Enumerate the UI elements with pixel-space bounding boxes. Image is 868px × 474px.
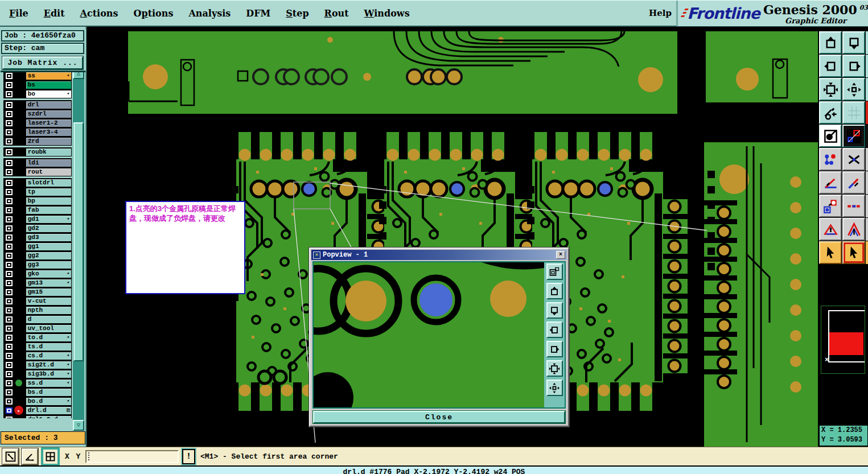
popview-viewport[interactable] <box>312 261 566 409</box>
pan-left-button[interactable] <box>819 55 842 77</box>
layer-checkbox-gg3[interactable] <box>5 261 13 269</box>
layer-button-gg1[interactable]: gg1 <box>26 242 72 251</box>
layer-checkbox-gd1[interactable] <box>5 216 13 223</box>
layer-checkbox-laser3-4[interactable] <box>5 129 13 136</box>
layer-scrollbar[interactable]: △ ▽ <box>73 68 84 431</box>
measure-span-button[interactable] <box>842 195 865 217</box>
alert-button[interactable]: ! <box>182 449 195 464</box>
menu-item-options[interactable]: Options <box>134 8 174 19</box>
job-matrix-button[interactable]: Job Matrix ... <box>2 56 83 69</box>
layer-button-szdrl[interactable]: szdrl <box>26 110 72 118</box>
pan-up-button[interactable] <box>819 31 842 54</box>
layer-button-bo[interactable]: bo➤ <box>26 90 72 98</box>
layer-button-bs.d[interactable]: bs.d <box>26 388 72 397</box>
layer-button-gd1[interactable]: gd1➤ <box>26 215 72 224</box>
popview-pan-up-button[interactable] <box>546 283 563 299</box>
layer-button-sig3b.d[interactable]: sig3b.d➤ <box>26 370 72 378</box>
layer-button-ldi[interactable]: ldi <box>26 159 72 167</box>
layer-checkbox-laser1-2[interactable] <box>5 119 13 127</box>
layer-button-tp[interactable]: tp <box>26 188 72 196</box>
layer-checkbox-bs[interactable] <box>5 81 13 89</box>
pcb-canvas[interactable]: 1.点亮的3个金属孔原稿是正常焊盘，现做成了负焊盘，请更改 ✕ Popview … <box>87 27 818 447</box>
layer-checkbox-fab[interactable] <box>5 207 13 214</box>
layer-button-gd2[interactable]: gd2 <box>26 224 72 233</box>
layer-button-cs.d[interactable]: cs.d➤ <box>26 352 72 360</box>
layer-checkbox-v-cut[interactable] <box>5 298 13 305</box>
layer-checkbox-drl.d[interactable] <box>5 407 13 414</box>
menu-item-help[interactable]: Help <box>649 1 672 26</box>
layer-checkbox-gm13[interactable] <box>5 279 13 287</box>
menu-item-windows[interactable]: Windows <box>364 8 410 19</box>
menu-item-actions[interactable]: Actions <box>80 8 118 19</box>
layer-checkbox-cs.d[interactable] <box>5 352 13 360</box>
layer-button-bp[interactable]: bp <box>26 197 72 205</box>
layer-checkbox-gd2[interactable] <box>5 225 13 232</box>
pan-down-button[interactable] <box>842 31 865 54</box>
layer-button-laser1-2[interactable]: laser1-2 <box>26 119 72 127</box>
layer-checkbox-sig3b.d[interactable] <box>5 370 13 378</box>
edit-tools-button[interactable] <box>819 101 842 124</box>
measure-angle-button[interactable] <box>819 171 842 194</box>
layer-button-gd3[interactable]: gd3 <box>26 233 72 242</box>
layer-checkbox-roubk[interactable] <box>5 149 13 156</box>
layer-button-v-cut[interactable]: v-cut <box>26 297 72 306</box>
layer-button-2rd[interactable]: 2rd <box>26 137 72 146</box>
scroll-down-icon[interactable]: ▽ <box>73 420 84 431</box>
layer-button-drl1-2.d[interactable]: drl1-2.d <box>26 415 72 419</box>
menu-item-rout[interactable]: Rout <box>324 8 349 19</box>
layer-button-gko[interactable]: gko➤ <box>26 270 72 278</box>
menu-item-step[interactable]: Step <box>286 8 308 19</box>
highlight-feature-button[interactable] <box>819 125 842 147</box>
layer-checkbox-slotdrl[interactable] <box>5 179 13 187</box>
popview-new-window-button[interactable] <box>546 263 563 280</box>
layer-button-to.d[interactable]: to.d➤ <box>26 333 72 342</box>
layer-button-bo.d[interactable]: bo.d➤ <box>26 397 72 406</box>
layer-button-uv_tool[interactable]: uv_tool <box>26 324 72 333</box>
measure-distance-icon[interactable] <box>2 448 19 465</box>
popview-close-x-button[interactable]: × <box>556 251 565 259</box>
layer-checkbox-gd3[interactable] <box>5 234 13 241</box>
layer-checkbox-szdrl[interactable] <box>5 110 13 118</box>
popview-close-button[interactable]: Close <box>313 411 565 423</box>
popview-zoom-fit-button[interactable] <box>546 360 563 377</box>
layer-checkbox-uv_tool[interactable] <box>5 325 13 332</box>
layer-button-drl.d[interactable]: drl.d⊞ <box>26 406 72 415</box>
scrollbar-thumb[interactable] <box>73 122 84 361</box>
layer-checkbox-npth[interactable] <box>5 307 13 314</box>
popview-pan-down-button[interactable] <box>546 302 563 319</box>
select-mode-button[interactable] <box>819 241 842 264</box>
layer-button-laser3-4[interactable]: laser3-4 <box>26 128 72 137</box>
layer-button-fab[interactable]: fab <box>26 206 72 215</box>
layer-button-gm13[interactable]: gm13➤ <box>26 279 72 287</box>
layer-checkbox-bo[interactable] <box>5 90 13 98</box>
layer-button-sig2t.d[interactable]: sig2t.d➤ <box>26 361 72 369</box>
overview-navigator[interactable]: × <box>821 306 865 374</box>
pan-right-button[interactable] <box>842 55 865 77</box>
layer-checkbox-drl[interactable] <box>5 101 13 109</box>
select-mode-active-button[interactable] <box>842 241 865 264</box>
layer-checkbox-ss[interactable] <box>5 72 13 80</box>
measure-line-button[interactable] <box>842 171 865 194</box>
layer-button-bs[interactable]: bs <box>26 81 72 89</box>
triangle-tool-button[interactable] <box>819 218 842 241</box>
grid-button[interactable] <box>842 101 865 124</box>
layer-checkbox-to.d[interactable] <box>5 334 13 341</box>
layer-checkbox-sig2t.d[interactable] <box>5 361 13 369</box>
layer-checkbox-ts.d[interactable] <box>5 343 13 351</box>
layer-checkbox-ss.d[interactable] <box>5 380 13 387</box>
direction-tool-button[interactable] <box>842 218 865 241</box>
layer-button-ss[interactable]: ss➤ <box>26 72 72 80</box>
compare-view-button[interactable] <box>842 125 865 147</box>
layer-button-gg3[interactable]: gg3 <box>26 261 72 269</box>
layer-button-rout[interactable]: rout <box>26 168 72 176</box>
menu-item-dfm[interactable]: DFM <box>246 8 270 19</box>
navigator-viewport-box[interactable] <box>829 332 863 355</box>
layer-button-npth[interactable]: npth <box>26 306 72 315</box>
layer-button-ss.d[interactable]: ss.d➤ <box>26 379 72 388</box>
popview-pan-left-button[interactable] <box>546 322 563 338</box>
zoom-center-button[interactable] <box>842 78 865 101</box>
menu-item-file[interactable]: File <box>9 8 28 19</box>
origin-window-icon[interactable] <box>42 448 59 465</box>
layer-button-drl[interactable]: drl <box>26 101 72 109</box>
layer-button-d[interactable]: d <box>26 315 72 324</box>
